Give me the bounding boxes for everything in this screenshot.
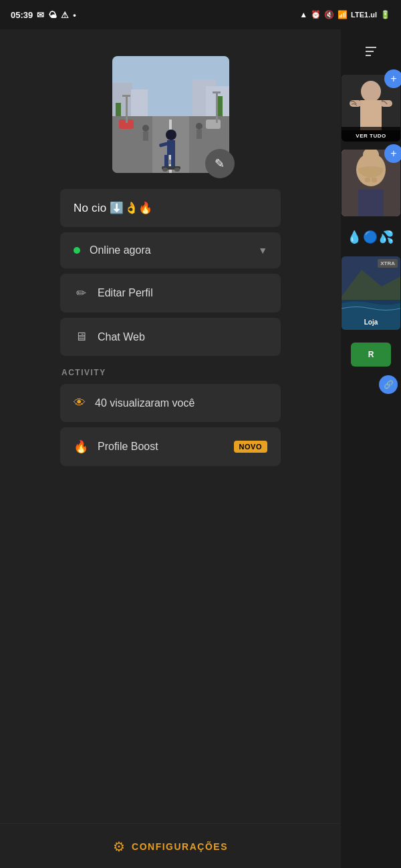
activity-section: ACTIVITY 👁 40 visualizaram você 🔥 Profil…	[60, 368, 281, 471]
profile-boost-menu-item[interactable]: 🔥 Profile Boost NOVO	[60, 427, 281, 466]
left-panel: ✎ No cio ⬇️👌🔥 Online agora ▼ ✏ Editar Pe…	[0, 29, 341, 868]
main-container: ✎ No cio ⬇️👌🔥 Online agora ▼ ✏ Editar Pe…	[0, 29, 401, 868]
status-bar: 05:39 ✉ 🌤 ⚠ • ▲ ⏰ 🔇 📶 LTE1.ul 🔋	[0, 0, 401, 29]
wifi-icon: 📶	[338, 10, 348, 19]
green-action-button[interactable]: R	[351, 343, 391, 367]
status-bar-right: ▲ ⏰ 🔇 📶 LTE1.ul 🔋	[299, 10, 390, 19]
sea-card: XTRA Loja	[342, 256, 400, 330]
filter-button[interactable]	[354, 36, 388, 69]
views-label: 40 visualizaram você	[95, 397, 194, 409]
chat-web-label: Chat Web	[98, 331, 145, 343]
svg-rect-15	[164, 155, 168, 167]
activity-label: ACTIVITY	[60, 368, 281, 377]
emoji-display: 💧 🔵 💦	[342, 220, 400, 254]
chat-web-menu-item[interactable]: 🖥 Chat Web	[60, 318, 281, 356]
status-bar-left: 05:39 ✉ 🌤 ⚠ •	[11, 10, 76, 20]
action-label: R	[368, 350, 374, 359]
svg-rect-9	[169, 120, 172, 130]
monitor-icon: 🖥	[74, 330, 88, 344]
svg-rect-22	[143, 132, 148, 141]
emoji-water: 💧	[347, 230, 363, 244]
settings-label: CONFIGURAÇÕES	[132, 841, 228, 852]
filter-icon	[363, 43, 379, 63]
svg-rect-30	[213, 91, 221, 93]
signal-icon: LTE1.ul	[351, 11, 377, 19]
action-card[interactable]: R	[342, 338, 400, 371]
online-dot	[74, 247, 80, 254]
profile-area: ✎	[112, 56, 229, 173]
svg-rect-16	[171, 155, 175, 167]
settings-footer[interactable]: ⚙ CONFIGURAÇÕES	[0, 823, 341, 868]
edit-photo-button[interactable]: ✎	[205, 149, 235, 178]
alarm-icon: ⏰	[311, 10, 321, 19]
views-menu-item[interactable]: 👁 40 visualizaram você	[60, 384, 281, 422]
boost-icon: 🔥	[74, 439, 88, 454]
bio-text: No cio ⬇️👌🔥	[74, 201, 152, 215]
svg-rect-14	[167, 140, 175, 155]
svg-rect-29	[122, 95, 130, 97]
eye-icon: 👁	[74, 396, 86, 410]
boost-label: Profile Boost	[98, 441, 158, 453]
svg-rect-43	[372, 178, 377, 182]
svg-rect-24	[196, 130, 202, 139]
drive-icon: ▲	[299, 10, 307, 19]
right-sidebar: VER TUDO +	[341, 29, 401, 868]
menu-items: No cio ⬇️👌🔥 Online agora ▼ ✏ Editar Perf…	[60, 189, 281, 361]
sidebar-plus-button-2[interactable]: +	[384, 144, 401, 163]
svg-point-35	[361, 81, 381, 102]
dot-indicator: •	[73, 10, 76, 20]
svg-rect-26	[206, 120, 221, 129]
link-icon: 🔗	[384, 380, 394, 389]
weather-icon: 🌤	[48, 10, 57, 20]
sidebar-plus-button-1[interactable]: +	[384, 69, 401, 88]
time-display: 05:39	[11, 10, 33, 20]
xtra-badge: XTRA	[378, 259, 398, 268]
edit-profile-label: Editar Perfil	[98, 287, 153, 299]
garo-card-wrapper[interactable]: VER TUDO +	[342, 75, 400, 146]
svg-point-18	[162, 168, 168, 172]
svg-point-23	[196, 123, 203, 130]
emoji-rain: 💦	[379, 230, 395, 244]
svg-rect-44	[358, 190, 384, 216]
svg-point-13	[166, 130, 176, 140]
mute-icon: 🔇	[324, 10, 334, 19]
alert-icon: ⚠	[61, 10, 69, 20]
link-button[interactable]: 🔗	[379, 375, 398, 394]
novo-badge: NOVO	[234, 441, 267, 453]
status-menu-item[interactable]: Online agora ▼	[60, 232, 281, 268]
status-label: Online agora	[90, 244, 151, 256]
man-card-wrapper[interactable]: +	[342, 150, 400, 216]
svg-rect-36	[360, 100, 382, 130]
bio-menu-item[interactable]: No cio ⬇️👌🔥	[60, 189, 281, 227]
svg-point-21	[142, 125, 149, 132]
svg-rect-27	[126, 96, 128, 123]
sea-card-wrapper[interactable]: XTRA Loja	[342, 256, 400, 334]
svg-rect-42	[365, 178, 370, 182]
emoji-drop: 🔵	[363, 230, 379, 244]
pencil-icon: ✎	[215, 156, 225, 171]
svg-rect-28	[216, 93, 218, 123]
plus-icon-2: +	[390, 148, 396, 159]
gmail-icon: ✉	[37, 10, 44, 20]
ver-tudo-label: VER TUDO	[342, 130, 400, 142]
battery-icon: 🔋	[380, 10, 390, 19]
link-area: 🔗	[342, 371, 400, 398]
gear-icon: ⚙	[113, 839, 125, 855]
svg-point-19	[174, 168, 180, 172]
shop-label: Loja	[342, 318, 400, 326]
edit-profile-menu-item[interactable]: ✏ Editar Perfil	[60, 274, 281, 312]
chevron-down-icon: ▼	[258, 245, 267, 256]
pencil-edit-icon: ✏	[74, 286, 88, 300]
plus-icon-1: +	[390, 73, 396, 84]
